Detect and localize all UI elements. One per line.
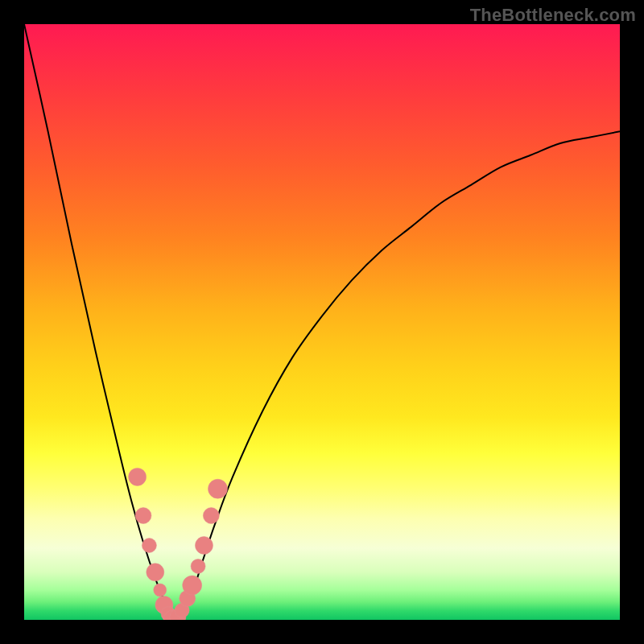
bottleneck-curve: [24, 24, 620, 620]
sample-dot: [208, 479, 228, 498]
chart-svg: [24, 24, 620, 620]
sample-dot: [203, 508, 219, 524]
sample-dot: [135, 508, 151, 524]
chart-frame: TheBottleneck.com: [0, 0, 644, 644]
watermark-text: TheBottleneck.com: [470, 5, 636, 26]
sample-dot: [195, 537, 213, 555]
sample-dot: [129, 468, 147, 485]
sample-dot: [154, 584, 167, 597]
plot-area: [24, 24, 620, 620]
sample-dot: [147, 564, 164, 581]
sample-dot: [142, 539, 156, 553]
sample-dot: [191, 559, 205, 573]
sample-dot: [183, 576, 202, 595]
sample-dots-group: [129, 468, 228, 620]
